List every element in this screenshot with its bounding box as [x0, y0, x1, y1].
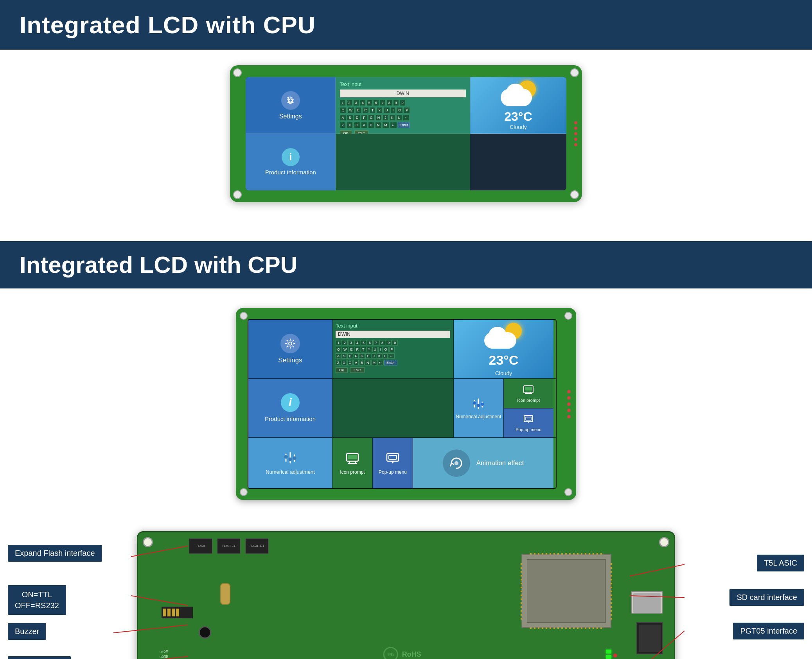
popup-text: Pop-up menu — [516, 427, 541, 432]
sd-card-slot — [631, 591, 663, 614]
side-indicator-dots — [567, 390, 571, 418]
pcb-section: FLASH FLASH II FLASH III — [0, 519, 812, 659]
product-info-text: Product information — [265, 415, 316, 423]
screen-row-1: Settings Text input DWIN 1 2 3 4 5 6 — [248, 320, 556, 378]
screen-tile-popup-main[interactable]: Pop-up menu — [373, 438, 413, 488]
flash-chips-area: FLASH FLASH II FLASH III — [189, 538, 269, 554]
main-content: Settings Text input DWIN 1 2 3 4 5 — [0, 50, 812, 241]
temperature: 23°C — [504, 109, 532, 124]
page-title: Integrated LCD with CPU — [20, 11, 792, 39]
pcb-board: FLASH FLASH II FLASH III — [137, 531, 675, 659]
product-info-label: Product information — [265, 168, 316, 176]
label-sd-card: SD card interface — [729, 589, 804, 606]
processor-pins-top — [530, 553, 603, 555]
screw-tl — [233, 68, 242, 77]
processor-pins-right — [611, 562, 612, 620]
weather-icon — [501, 81, 536, 106]
icon-prompt-text: Icon prompt — [517, 398, 540, 403]
dot — [567, 396, 571, 399]
keyboard-area-bottom — [336, 134, 470, 190]
screen-tile-popup[interactable]: Pop-up menu — [504, 408, 554, 438]
screw-bl — [233, 190, 242, 199]
keyboard-ok-esc-row: OK ESC — [336, 367, 450, 373]
screen-tile-icon-prompt[interactable]: Icon prompt — [504, 379, 554, 408]
side-dots — [574, 121, 577, 146]
label-user-interface: User interface — [8, 656, 71, 659]
kb-qwerty-row: Q W E R T Y U I O P — [340, 107, 410, 113]
screen-row-2: i Product information — [248, 379, 556, 437]
led-1 — [606, 650, 611, 654]
crystal — [220, 583, 230, 605]
screen-row-3: Numerical adjustment — [248, 437, 556, 488]
numerical-icon — [471, 396, 486, 412]
uart-header — [162, 607, 193, 618]
screw-bottom-right — [564, 488, 572, 496]
screen-tile-numerical[interactable]: Numerical adjustment — [454, 379, 504, 437]
screen-tile-numerical-main[interactable]: Numerical adjustment — [248, 438, 332, 488]
numerical-adjustment-label: Numerical adjustment — [266, 469, 315, 476]
svg-point-1 — [287, 340, 293, 347]
weather-condition: Cloudy — [510, 124, 527, 130]
tile-product-info[interactable]: i Product information — [246, 134, 336, 190]
side-dot — [574, 138, 577, 141]
popup-icon — [523, 414, 534, 426]
svg-point-7 — [481, 403, 484, 406]
screen-tile-settings[interactable]: Settings — [248, 320, 332, 378]
tile-text-input[interactable]: Text input DWIN 1 2 3 4 5 6 7 8 9 — [336, 77, 470, 134]
text-input-value: DWIN — [340, 90, 466, 97]
label-on-ttl: ON=TTL OFF=RS232 — [8, 585, 66, 615]
settings-label: Settings — [279, 113, 302, 120]
pcb-logo-area: Pb RoHS — [383, 647, 421, 659]
text-input-heading: Text input — [336, 323, 450, 329]
screen-tile-keyboard[interactable]: Text input DWIN 1 2 3 4 5 6 7 8 9 0 — [332, 320, 454, 378]
tile-settings[interactable]: Settings — [246, 77, 336, 134]
weather-graphic — [484, 322, 523, 350]
label-pgt05: PGT05 interface — [733, 623, 804, 639]
dot — [567, 415, 571, 418]
svg-rect-22 — [348, 455, 357, 459]
screw-br — [570, 190, 579, 199]
flash-chip-2: FLASH II — [217, 538, 241, 554]
svg-point-19 — [289, 458, 292, 461]
side-dot — [574, 132, 577, 135]
pb-symbol: Pb — [383, 647, 398, 659]
side-dot — [574, 121, 577, 124]
bottom-right-tiles: Numerical adjustment — [454, 379, 553, 437]
bottom-right-tiles — [470, 134, 566, 190]
adjustment-icon — [283, 450, 298, 467]
screen-tile-weather[interactable]: 23°C Cloudy — [454, 320, 553, 378]
buzzer-component — [199, 626, 211, 639]
keyboard-text-field[interactable]: DWIN — [336, 331, 450, 338]
popup-main-icon — [385, 451, 400, 467]
numerical-text: Numerical adjustment — [456, 414, 501, 420]
side-dot — [574, 143, 577, 146]
led-array — [606, 650, 611, 659]
screen-tile-product[interactable]: i Product information — [248, 379, 332, 437]
lcd-section: Settings Text input DWIN 1 2 3 4 5 — [23, 65, 789, 202]
dot — [567, 390, 571, 393]
main-processor — [521, 554, 611, 628]
dot — [567, 408, 571, 412]
screw-top-left — [240, 312, 248, 320]
pcb-board-container: FLASH FLASH II FLASH III — [137, 531, 675, 659]
keyboard-row-numbers: 1 2 3 4 5 6 7 8 9 0 — [336, 340, 450, 346]
label-t5l-asic: T5L ASIC — [757, 555, 804, 571]
screen-tile-icon-prompt-main[interactable]: Icon prompt — [332, 438, 373, 488]
settings-icon — [281, 91, 300, 110]
flash-chip-3: FLASH III — [245, 538, 269, 554]
svg-point-18 — [284, 455, 288, 459]
lcd-device: Settings Text input DWIN 1 2 3 4 5 — [230, 65, 582, 202]
processor-pins-left — [521, 562, 522, 620]
screen-tile-animation[interactable]: Animation effect — [413, 438, 553, 488]
svg-rect-9 — [525, 387, 532, 390]
lcd-display-section: Settings Text input DWIN 1 2 3 4 5 6 — [0, 288, 812, 512]
popup-main-label: Pop-up menu — [379, 469, 407, 475]
lcd-screen: Settings Text input DWIN 1 2 3 4 5 — [246, 77, 566, 190]
flash-chip-1: FLASH — [189, 538, 212, 554]
dot — [567, 402, 571, 406]
icon-prompt-label: Icon prompt — [340, 469, 365, 475]
keyboard-row-asdf: A S D F G H J K L ← — [336, 353, 450, 359]
tile-weather[interactable]: 23°C Cloudy — [470, 77, 566, 134]
icon-prompt-icon — [523, 384, 534, 397]
processor-inner — [527, 559, 606, 623]
